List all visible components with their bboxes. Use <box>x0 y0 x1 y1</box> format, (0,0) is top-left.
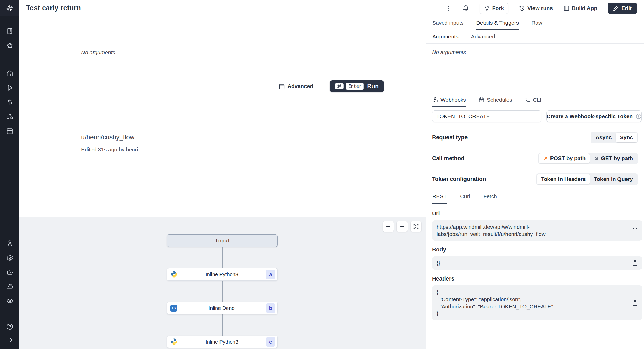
sidebar-group-top <box>0 28 19 49</box>
webhook-icon <box>432 97 438 103</box>
subtab-arguments[interactable]: Arguments <box>432 30 459 43</box>
tab-cli[interactable]: CLI <box>524 93 542 107</box>
sync-option[interactable]: Sync <box>616 133 637 142</box>
gear-icon[interactable] <box>6 254 13 261</box>
get-by-path-option[interactable]: GET by path <box>590 153 637 163</box>
trigger-tabs: Webhooks Schedules CLI <box>426 93 644 107</box>
token-input[interactable] <box>432 110 541 122</box>
fork-label: Fork <box>492 5 504 11</box>
expand-icon <box>413 224 419 229</box>
windmill-logo[interactable] <box>0 0 19 16</box>
user-icon[interactable] <box>6 240 13 247</box>
url-value: https://app.windmill.dev/api/w/windmill-… <box>437 224 546 237</box>
get-by-path-label: GET by path <box>601 155 633 161</box>
calendar-icon <box>279 83 285 89</box>
webhooks-label: Webhooks <box>440 97 466 103</box>
flow-node-b[interactable]: TS Inline Deno b <box>167 302 278 314</box>
edit-button[interactable]: Edit <box>608 3 637 14</box>
token-in-query-option[interactable]: Token in Query <box>590 174 637 184</box>
tab-details-triggers[interactable]: Details & Triggers <box>476 16 519 30</box>
edge-a-b <box>222 281 223 302</box>
flow-canvas[interactable]: Input Inline Python3 a TS Inline Deno b … <box>19 217 426 349</box>
url-box: https://app.windmill.dev/api/w/windmill-… <box>432 220 642 241</box>
copy-headers-icon[interactable] <box>632 300 638 306</box>
header: Test early return Fork View runs Build A… <box>19 0 644 16</box>
create-webhook-token-button[interactable]: Create a Webhook-specific Token <box>546 110 642 122</box>
robot-icon[interactable] <box>6 269 13 275</box>
subtab-advanced[interactable]: Advanced <box>471 30 495 43</box>
page-title: Test early return <box>26 4 81 12</box>
star-icon[interactable] <box>6 42 13 49</box>
build-app-label: Build App <box>572 5 597 11</box>
python-icon <box>170 271 178 278</box>
call-method-toggle: POST by path GET by path <box>538 153 638 164</box>
tab-rest[interactable]: REST <box>432 193 447 204</box>
plus-icon <box>385 224 391 229</box>
eye-icon[interactable] <box>6 298 13 304</box>
code-tabs: REST Curl Fetch <box>432 193 638 204</box>
tab-fetch[interactable]: Fetch <box>483 193 497 204</box>
dollar-icon[interactable] <box>6 99 13 106</box>
enter-key: Enter <box>346 83 364 90</box>
windmill-logo-icon <box>6 4 14 12</box>
build-app-button[interactable]: Build App <box>564 5 597 11</box>
arrow-up-right-icon <box>543 156 548 161</box>
tab-webhooks[interactable]: Webhooks <box>432 93 466 107</box>
zoom-controls <box>383 221 421 232</box>
calendar-icon[interactable] <box>6 128 13 134</box>
boxes-icon[interactable] <box>6 113 13 120</box>
no-arguments-text: No arguments <box>81 49 115 56</box>
tab-curl[interactable]: Curl <box>460 193 470 204</box>
run-row: Advanced Enter Run <box>81 80 384 92</box>
body-label: Body <box>432 246 638 253</box>
webhooks-content: Create a Webhook-specific Token Request … <box>426 107 644 320</box>
edge-input-a <box>222 247 223 268</box>
advanced-button[interactable]: Advanced <box>279 83 313 89</box>
copy-body-icon[interactable] <box>632 260 638 266</box>
body-box: {} <box>432 256 642 270</box>
url-label: Url <box>432 210 638 217</box>
minus-icon <box>399 224 405 229</box>
building-icon[interactable] <box>6 28 13 34</box>
post-by-path-option[interactable]: POST by path <box>539 153 590 163</box>
zoom-out-button[interactable] <box>397 221 408 232</box>
flow-node-c[interactable]: Inline Python3 c <box>167 336 278 348</box>
arguments-section: No arguments <box>426 44 644 93</box>
bell-icon[interactable] <box>463 5 469 11</box>
request-type-row: Request type Async Sync <box>432 132 638 143</box>
calendar-check-icon <box>479 97 484 103</box>
panel-tabs: Saved inputs Details & Triggers Raw <box>426 16 644 30</box>
zoom-in-button[interactable] <box>383 221 394 232</box>
token-config-label: Token configuration <box>432 176 486 182</box>
sidebar-group-footer <box>0 323 19 343</box>
tab-saved-inputs[interactable]: Saved inputs <box>432 16 464 30</box>
arrow-right-icon[interactable] <box>6 337 13 343</box>
node-label: Inline Python3 <box>178 339 266 345</box>
token-in-headers-option[interactable]: Token in Headers <box>537 174 590 184</box>
fork-button[interactable]: Fork <box>480 3 509 14</box>
fullscreen-button[interactable] <box>411 221 421 232</box>
call-method-row: Call method POST by path GET by path <box>432 153 638 164</box>
play-icon[interactable] <box>6 84 13 91</box>
view-runs-button[interactable]: View runs <box>519 5 553 11</box>
flow-path: u/henri/cushy_flow <box>81 134 134 141</box>
copy-url-icon[interactable] <box>632 228 638 234</box>
flow-node-input[interactable]: Input <box>167 234 278 247</box>
schedules-label: Schedules <box>487 97 512 103</box>
async-option[interactable]: Async <box>591 133 616 142</box>
call-method-label: Call method <box>432 155 464 162</box>
python-icon <box>170 338 178 346</box>
kebab-menu-icon[interactable] <box>446 5 452 11</box>
input-node-label: Input <box>215 238 231 244</box>
folder-icon[interactable] <box>6 283 13 290</box>
run-button[interactable]: Enter Run <box>330 80 384 92</box>
edge-b-c <box>222 314 223 336</box>
home-icon[interactable] <box>6 70 13 77</box>
headers-label: Headers <box>432 275 638 282</box>
command-icon <box>337 84 341 88</box>
tab-schedules[interactable]: Schedules <box>478 93 512 107</box>
fork-icon <box>484 5 490 11</box>
help-icon[interactable] <box>6 323 13 330</box>
tab-raw[interactable]: Raw <box>531 16 543 30</box>
flow-node-a[interactable]: Inline Python3 a <box>167 268 278 281</box>
